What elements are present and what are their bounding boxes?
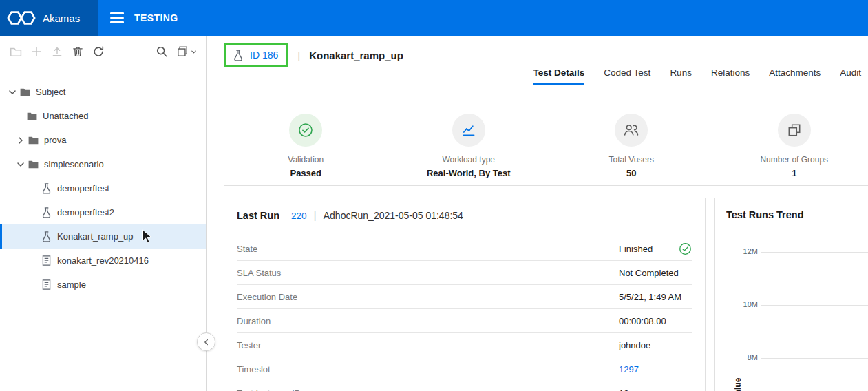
tree-item-sample[interactable]: sample: [0, 273, 206, 297]
script-icon: [41, 255, 52, 266]
tree-item-subject[interactable]: Subject: [0, 80, 206, 104]
metric-number-of-groups: Number of Groups 1: [713, 114, 868, 178]
delete-icon[interactable]: [72, 45, 84, 58]
performance-test-icon: [232, 49, 244, 61]
chevron-down-icon[interactable]: [15, 159, 26, 170]
app-window: Akamas TESTING Subject: [0, 0, 868, 391]
test-id-label: ID 186: [250, 50, 278, 61]
tree-item-simplescenario[interactable]: simplescenario: [0, 152, 206, 176]
check-circle-icon: [289, 114, 322, 147]
layers-icon: [176, 45, 189, 58]
tab-coded-test[interactable]: Coded Test: [604, 67, 650, 85]
test-tree: Subject Unattached prova simplescenario …: [0, 67, 206, 297]
last-run-table: State Finished SLA Status Not Completed …: [237, 237, 692, 391]
tree-item-label: Unattached: [43, 111, 89, 121]
row-value: Finished: [619, 244, 653, 254]
main-content: ID 186 | Konakart_ramp_up Test Details C…: [207, 36, 868, 391]
tree-item-unattached[interactable]: Unattached: [0, 104, 206, 128]
gridline: [761, 305, 868, 306]
tab-attachments[interactable]: Attachments: [769, 67, 821, 85]
detail-cards-row: Last Run 220 | AdhocRun_2021-05-05 01:48…: [224, 198, 868, 391]
metric-label: Validation: [288, 155, 324, 165]
sidebar-collapse-button[interactable]: [197, 332, 215, 351]
chevron-down-icon: [190, 48, 198, 56]
mouse-cursor: [142, 229, 153, 247]
top-bar: Akamas TESTING: [0, 0, 868, 36]
script-icon: [41, 279, 52, 290]
test-summary-card: Validation Passed Workload type Real-Wor…: [224, 105, 868, 186]
search-icon[interactable]: [156, 45, 168, 58]
tab-audit[interactable]: Audit: [840, 67, 861, 85]
y-tick-label: 12M: [730, 247, 758, 255]
test-identity-row: ID 186 | Konakart_ramp_up: [224, 43, 403, 67]
separator: |: [297, 50, 300, 61]
users-icon: [615, 114, 648, 147]
row-label: SLA Status: [237, 268, 619, 278]
tab-test-details[interactable]: Test Details: [533, 67, 585, 85]
add-icon[interactable]: [30, 45, 43, 58]
page-header: ID 186 | Konakart_ramp_up Test Details C…: [207, 36, 868, 105]
upload-icon[interactable]: [51, 45, 63, 58]
tree-item-label: simplescenario: [44, 159, 104, 169]
metric-validation: Validation Passed: [224, 114, 388, 178]
hamburger-menu-icon[interactable]: [110, 12, 124, 23]
tree-item-label: demoperftest2: [57, 207, 114, 218]
tree-item-demoperftest[interactable]: demoperftest: [0, 176, 206, 200]
tab-runs[interactable]: Runs: [670, 67, 692, 85]
chevron-right-icon[interactable]: [15, 135, 26, 146]
row-label: State: [237, 244, 619, 254]
test-plan-sidebar: Subject Unattached prova simplescenario …: [0, 36, 207, 391]
row-value: 5/5/21, 1:49 AM: [619, 292, 681, 302]
tree-item-demoperftest2[interactable]: demoperftest2: [0, 200, 206, 224]
table-row-execution-date: Execution Date 5/5/21, 1:49 AM: [237, 285, 692, 309]
sidebar-toolbar: [0, 36, 206, 67]
metric-value: Real-World, By Test: [427, 168, 511, 178]
table-row-timeslot: Timeslot 1297: [237, 357, 692, 381]
row-value: 00:00:08.00: [619, 316, 666, 326]
gridline: [761, 252, 868, 253]
metric-label: Workload type: [443, 155, 495, 165]
tree-item-konakart-ramp-up[interactable]: Konakart_ramp_up: [0, 224, 206, 249]
row-label: Execution Date: [237, 292, 619, 302]
group-copies-icon: [778, 114, 811, 147]
tree-item-label: prova: [44, 135, 67, 145]
metric-label: Total Vusers: [608, 155, 654, 165]
folder-icon: [26, 110, 38, 122]
row-label: Duration: [237, 316, 619, 326]
chevron-left-icon: [202, 337, 211, 347]
view-switcher[interactable]: [176, 45, 198, 58]
table-row-duration: Duration 00:00:08.00: [237, 309, 692, 333]
tree-item-prova[interactable]: prova: [0, 128, 206, 152]
folder-icon: [19, 86, 31, 98]
refresh-icon[interactable]: [92, 45, 105, 58]
metric-value: Passed: [290, 168, 321, 178]
y-tick-label: 8M: [730, 353, 758, 361]
page-title: Konakart_ramp_up: [309, 50, 403, 61]
brand-area[interactable]: Akamas: [0, 0, 98, 36]
tree-item-label: Konakart_ramp_up: [57, 231, 134, 242]
y-tick-label: 10M: [730, 300, 758, 308]
chevron-down-icon[interactable]: [7, 87, 18, 98]
metric-label: Number of Groups: [760, 155, 828, 165]
metric-value: 50: [626, 168, 636, 178]
tree-item-label: konakart_rev20210416: [57, 255, 149, 266]
tree-item-konakart-rev20210416[interactable]: konakart_rev20210416: [0, 249, 206, 273]
last-run-header: Last Run 220 | AdhocRun_2021-05-05 01:48…: [237, 209, 692, 222]
table-row-sla-status: SLA Status Not Completed: [237, 261, 692, 285]
separator: |: [314, 209, 317, 222]
row-value: 12: [619, 388, 628, 391]
tree-item-label: sample: [57, 279, 86, 290]
metric-workload-type: Workload type Real-World, By Test: [388, 114, 551, 178]
tree-item-label: demoperftest: [57, 183, 109, 193]
chart-title: Test Runs Trend: [726, 209, 865, 220]
last-run-card: Last Run 220 | AdhocRun_2021-05-05 01:48…: [224, 198, 706, 391]
row-label: Timeslot: [237, 364, 619, 374]
tab-relations[interactable]: Relations: [711, 67, 750, 85]
test-id-annotation-box: ID 186: [224, 43, 288, 67]
brand-name: Akamas: [43, 12, 80, 24]
new-folder-icon[interactable]: [10, 45, 22, 58]
run-id-link[interactable]: 220: [291, 211, 307, 221]
table-row-test-instance-id: Test Instance ID 12: [237, 381, 692, 391]
check-circle-icon: [679, 242, 692, 255]
timeslot-link[interactable]: 1297: [619, 364, 639, 374]
